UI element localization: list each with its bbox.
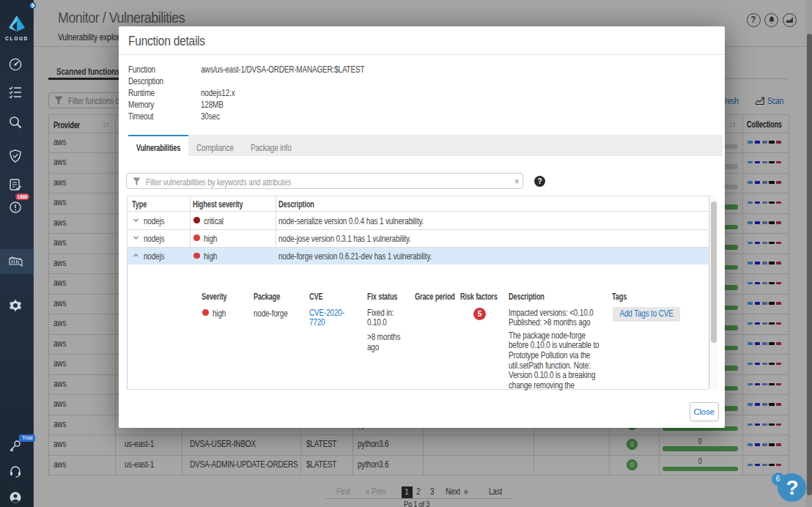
svg-text:CLOUD: CLOUD [5, 36, 29, 41]
